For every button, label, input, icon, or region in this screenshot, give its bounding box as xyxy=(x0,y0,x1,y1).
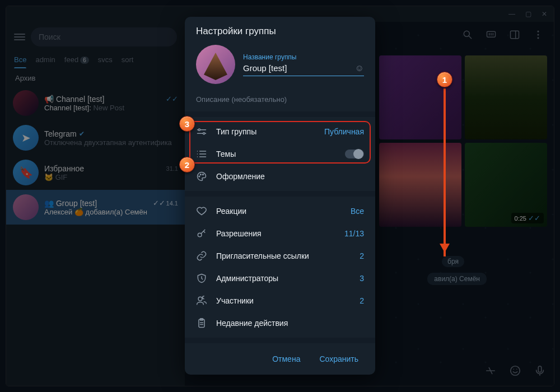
svg-point-10 xyxy=(199,176,200,177)
settings-row-value: 2 xyxy=(360,296,364,305)
settings-row-label: Оформление xyxy=(216,172,364,181)
shield-icon xyxy=(196,273,207,284)
settings-row-value: Все xyxy=(351,207,364,216)
description-input[interactable]: Описание (необязательно) xyxy=(185,92,375,111)
group-name-label: Название группы xyxy=(243,53,364,61)
clipboard-icon xyxy=(196,318,207,329)
callout-3: 3 xyxy=(179,116,195,132)
settings-row-users[interactable]: Участники2 xyxy=(185,290,375,312)
settings-row-sliders[interactable]: Тип группыПубличная xyxy=(185,120,375,143)
svg-point-11 xyxy=(200,174,202,175)
svg-point-14 xyxy=(198,297,202,301)
heart-icon xyxy=(196,206,207,217)
emoji-picker-icon[interactable]: ☺ xyxy=(355,63,364,73)
users-icon xyxy=(196,295,207,306)
settings-row-label: Пригласительные ссылки xyxy=(216,251,351,260)
settings-row-value: 2 xyxy=(360,251,364,260)
callout-2: 2 xyxy=(179,157,195,172)
modal-title: Настройки группы xyxy=(185,17,375,43)
save-button[interactable]: Сохранить xyxy=(311,350,366,368)
settings-row-value: 11/13 xyxy=(344,229,364,238)
list-icon xyxy=(196,148,207,160)
settings-row-key[interactable]: Разрешения11/13 xyxy=(185,222,375,245)
svg-point-12 xyxy=(203,174,204,175)
settings-row-value: 3 xyxy=(360,274,364,283)
settings-row-list[interactable]: Темы xyxy=(185,143,375,165)
settings-row-link[interactable]: Пригласительные ссылки2 xyxy=(185,245,375,267)
sliders-icon xyxy=(196,126,207,137)
settings-row-clipboard[interactable]: Недавние действия xyxy=(185,312,375,334)
settings-row-label: Тип группы xyxy=(216,127,315,136)
settings-row-value: Публичная xyxy=(324,127,364,136)
settings-row-label: Недавние действия xyxy=(216,319,364,328)
settings-row-heart[interactable]: РеакцииВсе xyxy=(185,200,375,222)
settings-row-shield[interactable]: Администраторы3 xyxy=(185,267,375,290)
cancel-button[interactable]: Отмена xyxy=(264,350,308,368)
settings-row-label: Администраторы xyxy=(216,274,351,283)
group-name-input[interactable] xyxy=(243,63,351,73)
settings-row-label: Темы xyxy=(216,150,336,158)
settings-row-label: Разрешения xyxy=(216,229,335,238)
callout-1: 1 xyxy=(437,72,452,87)
palette-icon xyxy=(196,171,207,182)
group-avatar[interactable] xyxy=(196,45,235,84)
tutorial-arrow xyxy=(444,88,446,256)
group-settings-modal: Настройки группы Название группы ☺ Описа… xyxy=(185,17,375,375)
settings-row-label: Участники xyxy=(216,296,351,305)
toggle[interactable] xyxy=(345,150,364,158)
link-icon xyxy=(196,250,207,262)
settings-row-palette[interactable]: Оформление xyxy=(185,165,375,188)
settings-row-label: Реакции xyxy=(216,207,342,216)
key-icon xyxy=(196,228,207,239)
